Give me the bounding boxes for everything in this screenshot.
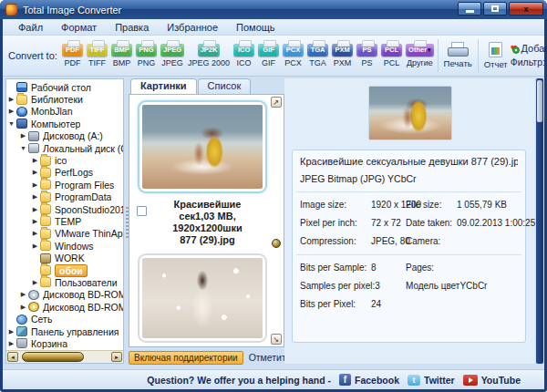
scroll-left-icon[interactable]: ◄ <box>7 352 18 362</box>
tree-item-perflogs[interactable]: ▶PerfLogs <box>6 167 123 179</box>
convert-ico-button[interactable]: ICOICO <box>232 43 255 68</box>
tree-item-work[interactable]: WORK <box>6 252 123 263</box>
close-icon: x <box>523 5 528 14</box>
printer-icon <box>448 42 469 57</box>
computer-icon <box>16 119 27 129</box>
tree-item-temp[interactable]: ▶TEMP <box>6 215 123 227</box>
tree-item-oboi-selected[interactable]: обои <box>6 264 123 276</box>
include-subdirs-button[interactable]: Включая поддиректории <box>129 351 243 365</box>
chevron-down-icon[interactable]: ▼ <box>6 120 16 127</box>
ppi-value: 72 x 72 <box>371 218 401 228</box>
thumbnail-checkbox[interactable] <box>137 206 147 216</box>
menu-help[interactable]: Помощь <box>228 21 284 34</box>
convert-pdf-button[interactable]: PDFPDF <box>61 43 84 68</box>
scrollbar-thumb[interactable] <box>537 80 542 122</box>
samples-per-pixel-value: 3 <box>375 281 380 291</box>
print-button[interactable]: Печать <box>441 41 475 69</box>
convert-jpeg-button[interactable]: JPEGJPEG <box>160 43 185 68</box>
menu-favorites[interactable]: Избранное <box>159 21 226 34</box>
convert-png-button[interactable]: PNGPNG <box>135 43 158 68</box>
chevron-right-icon[interactable]: ▶ <box>30 279 40 286</box>
convert-pxm-button[interactable]: PXMPXM <box>331 43 354 68</box>
tree-item-windows[interactable]: ▶Windows <box>6 240 123 252</box>
youtube-link[interactable]: YouTube <box>463 375 521 386</box>
chevron-right-icon[interactable]: ▶ <box>6 96 16 103</box>
tree-item-spoonstudio[interactable]: ▶SpoonStudio201 <box>6 203 123 215</box>
tree-item-network[interactable]: Сеть <box>6 313 123 325</box>
thumbnail-list: Красивейшие сек1,03 MB, 1920x1200шки 877… <box>129 94 284 347</box>
scroll-top-icon[interactable]: ↗ <box>271 97 282 108</box>
tree-item-programdata[interactable]: ▶ProgramData <box>6 191 123 203</box>
scroll-right-icon[interactable]: ► <box>111 352 122 362</box>
chevron-right-icon[interactable]: ▶ <box>18 291 28 298</box>
pcx-icon: PCX <box>283 44 304 57</box>
chevron-right-icon[interactable]: ▶ <box>6 328 16 335</box>
scrollbar-thumb[interactable] <box>22 352 84 362</box>
menu-format[interactable]: Формат <box>53 21 105 34</box>
chevron-right-icon[interactable]: ▶ <box>6 340 16 347</box>
tree-item-desktop[interactable]: Рабочий стол <box>6 81 123 93</box>
chevron-down-icon[interactable]: ▼ <box>18 145 28 151</box>
thumbnail-second[interactable] <box>138 253 267 343</box>
convert-tga-button[interactable]: TGATGA <box>306 43 329 68</box>
scrollbar-thumb[interactable] <box>272 239 281 248</box>
chevron-right-icon[interactable]: ▶ <box>30 242 40 250</box>
tga-icon: TGA <box>307 44 328 57</box>
chevron-right-icon[interactable]: ▶ <box>30 181 40 189</box>
thumbnail-scrollbar[interactable]: ↗ ↘ <box>270 97 282 345</box>
tree-item-local-disk-c[interactable]: ▼Локальный диск (C:) <box>6 142 123 154</box>
filter-label: Фильтр: <box>511 57 545 67</box>
tree-item-users[interactable]: ▶Пользователи <box>6 276 123 288</box>
minimize-button[interactable] <box>458 2 481 15</box>
tree-item-control-panel[interactable]: ▶Панель управления <box>6 325 123 337</box>
convert-ps-button[interactable]: PSPS <box>356 43 378 68</box>
chevron-right-icon[interactable]: ▶ <box>30 193 40 201</box>
convert-gif-button[interactable]: GIFGIF <box>257 43 280 68</box>
report-button[interactable]: Отчет <box>481 41 511 70</box>
maximize-button[interactable] <box>483 2 507 15</box>
tree-item-program-files[interactable]: ▶Program Files <box>6 179 123 191</box>
tree-item-user[interactable]: ▶MonbJlan <box>6 106 123 118</box>
toolbar-separator <box>438 39 439 72</box>
menu-file[interactable]: Файл <box>10 21 51 34</box>
tree-item-bdrom-2[interactable]: ▶Дисковод BD-ROM <box>6 301 123 313</box>
scroll-bottom-icon[interactable]: ↘ <box>271 334 282 345</box>
tree-horizontal-scrollbar[interactable]: ◄ ► <box>6 350 123 363</box>
tree-item-libraries[interactable]: ▶Библиотеки <box>6 93 123 105</box>
preview-image <box>368 86 452 140</box>
tab-list[interactable]: Список <box>198 78 252 94</box>
beach-photo-thumbnail[interactable] <box>142 105 263 189</box>
thumbnail-caption: Красивейшие сек1,03 MB, 1920x1200шки 877… <box>135 193 269 250</box>
add-to-favorites-button[interactable]: ♥ Добавить в избр <box>511 43 547 54</box>
twitter-link[interactable]: t Twitter <box>408 375 455 386</box>
pcl-icon: PCL <box>381 44 402 57</box>
menu-edit[interactable]: Правка <box>107 21 157 34</box>
chevron-right-icon[interactable]: ▶ <box>30 206 40 213</box>
close-button[interactable]: x <box>509 2 543 15</box>
tab-pictures[interactable]: Картинки <box>130 78 197 94</box>
convert-pcl-button[interactable]: PCLPCL <box>380 43 403 68</box>
tree-item-bdrom-1[interactable]: ▶Дисковод BD-ROM <box>6 289 123 301</box>
chevron-right-icon[interactable]: ▶ <box>30 230 40 237</box>
convert-other-button[interactable]: Other▾Другие <box>405 43 435 68</box>
convert-bmp-button[interactable]: BMPBMP <box>110 43 133 68</box>
chevron-right-icon[interactable]: ▶ <box>30 157 40 164</box>
convert-tiff-button[interactable]: TIFFTIFF <box>86 43 108 68</box>
convert-jpeg2000-button[interactable]: JP2KJPEG 2000 <box>187 43 231 68</box>
tree-item-computer[interactable]: ▼Компьютер <box>6 118 123 129</box>
confetti-photo-thumbnail[interactable] <box>142 258 263 338</box>
tree-item-vmware-thinapp[interactable]: ▶VMware ThinApp <box>6 228 123 240</box>
chevron-right-icon[interactable]: ▶ <box>30 218 40 225</box>
tree-item-floppy-a[interactable]: ▶Дисковод (A:) <box>6 130 123 142</box>
chevron-right-icon[interactable]: ▶ <box>30 169 40 176</box>
chevron-right-icon[interactable]: ▶ <box>6 108 16 115</box>
thumbnail-selected[interactable] <box>138 100 267 193</box>
tree-item-ico[interactable]: ▶ico <box>6 154 123 166</box>
chevron-right-icon[interactable]: ▶ <box>18 304 28 311</box>
tree-item-recycle-bin[interactable]: ▶Корзина <box>6 337 123 349</box>
facebook-link[interactable]: f Facebook <box>339 374 399 386</box>
convert-pcx-button[interactable]: PCXPCX <box>282 43 304 68</box>
bits-per-pixel-value: 24 <box>371 299 381 309</box>
chevron-right-icon[interactable]: ▶ <box>18 132 28 139</box>
details-scrollbar[interactable] <box>536 78 543 364</box>
